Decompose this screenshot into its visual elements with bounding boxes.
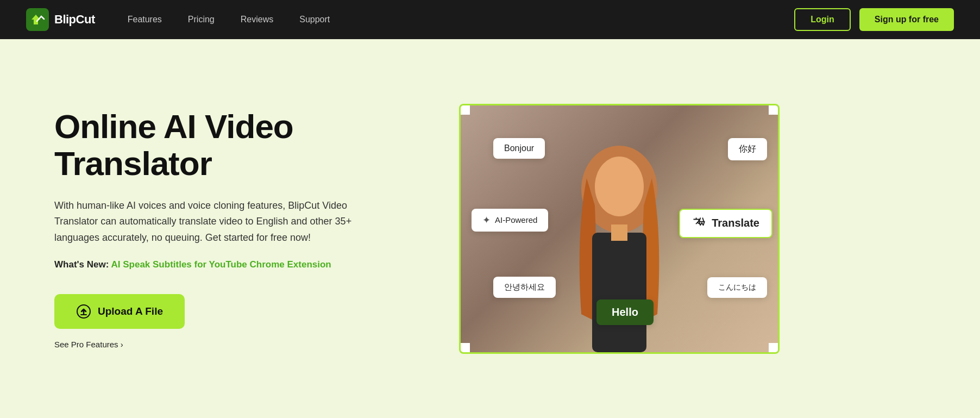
hero-section: Online AI Video Translator With human-li… — [0, 39, 980, 418]
corner-tl — [459, 104, 470, 115]
navbar: BlipCut Features Pricing Reviews Support… — [0, 0, 980, 39]
logo-icon — [26, 8, 49, 31]
translate-icon — [692, 216, 706, 230]
svg-rect-5 — [611, 224, 627, 241]
upload-button[interactable]: Upload A File — [54, 294, 185, 329]
nav-features[interactable]: Features — [128, 15, 162, 24]
signup-button[interactable]: Sign up for free — [859, 8, 954, 31]
nav-reviews[interactable]: Reviews — [241, 15, 273, 24]
hero-title: Online AI Video Translator — [54, 108, 391, 182]
hero-description: With human-like AI voices and voice clon… — [54, 198, 359, 246]
video-background: Bonjour 你好 ✦ AI-Powered Translate 안녕하세요 — [461, 105, 778, 352]
whats-new-prefix: What's New: — [54, 259, 111, 270]
bubble-konnichiwa: こんにちは — [707, 277, 767, 298]
bubble-nihao: 你好 — [728, 138, 767, 160]
bubble-ai-powered: ✦ AI-Powered — [472, 209, 548, 232]
hero-content: Online AI Video Translator With human-li… — [54, 108, 391, 348]
video-frame: Bonjour 你好 ✦ AI-Powered Translate 안녕하세요 — [459, 104, 780, 354]
corner-tr — [769, 104, 780, 115]
whats-new-link[interactable]: AI Speak Subtitles for YouTube Chrome Ex… — [111, 259, 331, 270]
upload-label: Upload A File — [98, 305, 163, 317]
sparkle-icon: ✦ — [482, 214, 491, 226]
nav-actions: Login Sign up for free — [794, 8, 954, 31]
svg-point-3 — [595, 157, 644, 216]
login-button[interactable]: Login — [794, 8, 851, 31]
see-pro-link[interactable]: See Pro Features › — [54, 340, 391, 349]
hero-whats-new: What's New: AI Speak Subtitles for YouTu… — [54, 259, 391, 270]
svg-rect-4 — [592, 233, 646, 352]
nav-pricing[interactable]: Pricing — [188, 15, 215, 24]
bubble-annyong: 안녕하세요 — [493, 277, 556, 298]
upload-icon — [76, 304, 91, 319]
bubble-hello: Hello — [596, 300, 654, 325]
nav-links: Features Pricing Reviews Support — [128, 15, 795, 24]
bubble-bonjour: Bonjour — [493, 138, 545, 159]
corner-br — [769, 343, 780, 354]
nav-support[interactable]: Support — [299, 15, 330, 24]
bubble-translate: Translate — [679, 209, 772, 238]
logo[interactable]: BlipCut — [26, 8, 95, 31]
corner-bl — [459, 343, 470, 354]
hero-visual: Bonjour 你好 ✦ AI-Powered Translate 안녕하세요 — [435, 104, 804, 354]
logo-text: BlipCut — [54, 13, 95, 27]
